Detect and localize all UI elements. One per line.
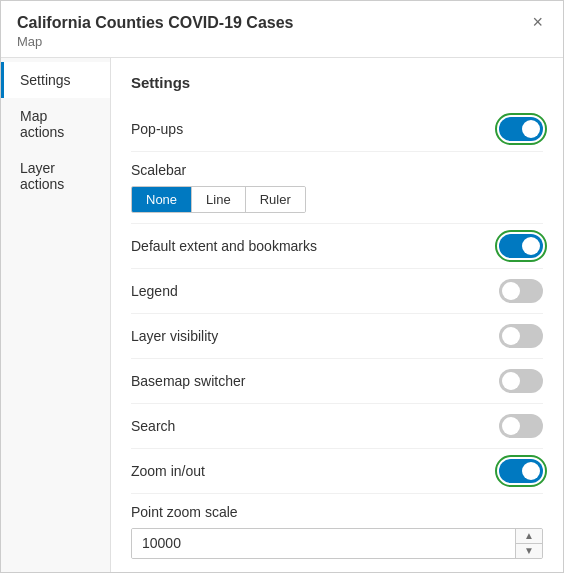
legend-toggle[interactable]: [499, 279, 543, 303]
search-label: Search: [131, 418, 175, 434]
body: Settings Map actions Layer actions Setti…: [1, 58, 563, 572]
zoom-inout-toggle[interactable]: [499, 459, 543, 483]
point-zoom-spinbox: ▲ ▼: [131, 528, 543, 559]
default-extent-row: Default extent and bookmarks: [131, 224, 543, 269]
popups-toggle[interactable]: [499, 117, 543, 141]
panel: California Counties COVID-19 Cases Map ×…: [0, 0, 564, 573]
scalebar-section: Scalebar None Line Ruler: [131, 152, 543, 224]
panel-subtitle: Map: [17, 34, 294, 49]
spinbox-buttons: ▲ ▼: [515, 529, 542, 558]
search-row: Search: [131, 404, 543, 449]
scalebar-none-btn[interactable]: None: [132, 187, 192, 212]
point-zoom-label: Point zoom scale: [131, 504, 543, 520]
layer-visibility-row: Layer visibility: [131, 314, 543, 359]
legend-toggle-knob: [502, 282, 520, 300]
zoom-inout-toggle-knob: [522, 462, 540, 480]
basemap-switcher-label: Basemap switcher: [131, 373, 245, 389]
scalebar-ruler-btn[interactable]: Ruler: [246, 187, 305, 212]
sidebar-item-settings[interactable]: Settings: [1, 62, 110, 98]
search-toggle[interactable]: [499, 414, 543, 438]
scalebar-btn-group: None Line Ruler: [131, 186, 306, 213]
popups-row: Pop-ups: [131, 107, 543, 152]
scalebar-line-btn[interactable]: Line: [192, 187, 246, 212]
popups-toggle-knob: [522, 120, 540, 138]
layer-visibility-label: Layer visibility: [131, 328, 218, 344]
layer-visibility-toggle[interactable]: [499, 324, 543, 348]
basemap-switcher-row: Basemap switcher: [131, 359, 543, 404]
legend-label: Legend: [131, 283, 178, 299]
sidebar-item-map-actions[interactable]: Map actions: [1, 98, 110, 150]
close-button[interactable]: ×: [528, 13, 547, 31]
zoom-inout-row: Zoom in/out: [131, 449, 543, 494]
popups-label: Pop-ups: [131, 121, 183, 137]
sidebar-item-layer-actions[interactable]: Layer actions: [1, 150, 110, 202]
default-extent-label: Default extent and bookmarks: [131, 238, 317, 254]
default-extent-toggle[interactable]: [499, 234, 543, 258]
header: California Counties COVID-19 Cases Map ×: [1, 1, 563, 58]
content-title: Settings: [131, 74, 543, 91]
up-arrow-icon: ▲: [524, 531, 534, 541]
layer-visibility-toggle-knob: [502, 327, 520, 345]
spinbox-up-btn[interactable]: ▲: [516, 529, 542, 544]
zoom-inout-label: Zoom in/out: [131, 463, 205, 479]
point-zoom-section: Point zoom scale ▲ ▼: [131, 494, 543, 569]
content-area: Settings Pop-ups Scalebar None Line Rule…: [111, 58, 563, 572]
point-zoom-input[interactable]: [132, 529, 515, 558]
basemap-switcher-toggle-knob: [502, 372, 520, 390]
header-text: California Counties COVID-19 Cases Map: [17, 13, 294, 49]
search-toggle-knob: [502, 417, 520, 435]
basemap-switcher-toggle[interactable]: [499, 369, 543, 393]
spinbox-down-btn[interactable]: ▼: [516, 544, 542, 558]
default-extent-toggle-knob: [522, 237, 540, 255]
sidebar: Settings Map actions Layer actions: [1, 58, 111, 572]
legend-row: Legend: [131, 269, 543, 314]
panel-title: California Counties COVID-19 Cases: [17, 13, 294, 34]
scalebar-label: Scalebar: [131, 162, 543, 178]
down-arrow-icon: ▼: [524, 546, 534, 556]
